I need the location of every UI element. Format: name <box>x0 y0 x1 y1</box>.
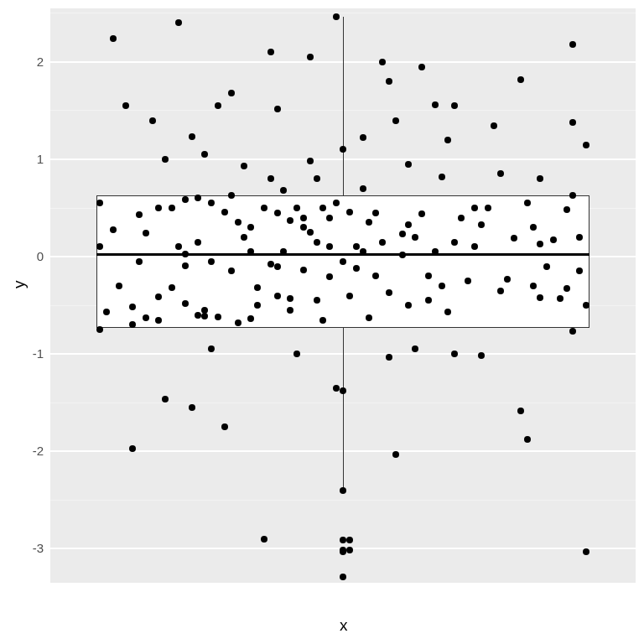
scatter-point <box>267 49 274 55</box>
gridline-minor <box>50 500 636 501</box>
scatter-point <box>300 267 307 273</box>
scatter-point <box>235 319 242 326</box>
scatter-point <box>576 267 583 274</box>
scatter-point <box>175 243 182 250</box>
scatter-point <box>228 192 235 199</box>
scatter-point <box>444 137 451 143</box>
y-tick-label: 1 <box>17 152 44 166</box>
scatter-point <box>241 234 247 241</box>
chart-figure: { "chart_data": { "type": "boxplot_with_… <box>0 0 644 644</box>
scatter-point <box>458 215 465 221</box>
scatter-point <box>386 78 392 85</box>
gridline-minor <box>50 13 636 13</box>
scatter-point <box>366 219 372 226</box>
scatter-point <box>583 302 589 309</box>
scatter-point <box>439 283 445 289</box>
scatter-point <box>319 205 326 211</box>
scatter-point <box>418 64 425 70</box>
scatter-point <box>550 236 557 243</box>
scatter-point <box>557 295 564 302</box>
scatter-point <box>189 133 195 140</box>
scatter-point <box>221 209 228 216</box>
scatter-point <box>530 283 537 289</box>
scatter-point <box>254 302 261 309</box>
scatter-point <box>307 158 314 164</box>
scatter-point <box>497 170 504 177</box>
scatter-point <box>103 309 110 315</box>
scatter-point <box>485 205 491 211</box>
scatter-point <box>314 175 320 182</box>
scatter-point <box>182 300 189 307</box>
scatter-point <box>201 313 208 319</box>
scatter-point <box>576 234 583 241</box>
scatter-point <box>228 267 235 274</box>
whisker-upper <box>343 17 344 195</box>
scatter-point <box>425 273 432 279</box>
scatter-point <box>399 231 406 237</box>
scatter-point <box>340 387 346 394</box>
scatter-point <box>162 396 169 402</box>
outlier-point <box>340 548 346 555</box>
y-tick-label: -1 <box>17 346 44 361</box>
scatter-point <box>247 248 254 255</box>
scatter-point <box>189 404 195 411</box>
scatter-point <box>333 385 340 392</box>
scatter-point <box>333 200 340 206</box>
scatter-point <box>201 151 208 158</box>
scatter-point <box>215 102 221 109</box>
scatter-point <box>247 224 254 231</box>
scatter-point <box>439 174 445 180</box>
scatter-point <box>195 239 201 246</box>
scatter-point <box>537 294 543 301</box>
scatter-point <box>569 41 576 48</box>
scatter-point <box>346 547 353 553</box>
scatter-point <box>569 192 576 199</box>
scatter-point <box>465 278 471 284</box>
scatter-point <box>478 352 485 359</box>
scatter-point <box>182 262 189 269</box>
scatter-point <box>175 19 182 26</box>
scatter-point <box>392 451 399 458</box>
scatter-point <box>110 35 117 42</box>
scatter-point <box>155 205 162 211</box>
scatter-point <box>497 288 504 294</box>
scatter-point <box>287 295 293 302</box>
scatter-point <box>379 59 386 65</box>
scatter-point <box>432 248 439 255</box>
scatter-point <box>274 293 281 299</box>
scatter-point <box>319 317 326 324</box>
scatter-point <box>326 243 333 250</box>
scatter-point <box>182 196 189 203</box>
scatter-point <box>386 289 392 296</box>
scatter-point <box>110 226 117 233</box>
scatter-point <box>129 321 136 328</box>
scatter-point <box>96 243 103 250</box>
scatter-point <box>208 200 215 206</box>
scatter-point <box>366 314 372 321</box>
scatter-point <box>195 312 201 319</box>
scatter-point <box>155 293 162 300</box>
scatter-point <box>418 210 425 217</box>
scatter-point <box>274 210 281 216</box>
scatter-point <box>274 106 281 112</box>
scatter-point <box>530 224 537 231</box>
scatter-point <box>261 536 267 543</box>
scatter-point <box>537 241 543 247</box>
scatter-point <box>267 175 274 182</box>
outlier-point <box>340 574 346 580</box>
scatter-point <box>155 317 162 324</box>
x-axis-title: x <box>340 616 348 635</box>
scatter-point <box>412 345 418 352</box>
whisker-lower <box>343 328 344 491</box>
scatter-point <box>360 248 366 255</box>
scatter-point <box>169 284 175 291</box>
scatter-point <box>326 273 333 280</box>
scatter-point <box>444 309 451 315</box>
outlier-point <box>340 537 346 543</box>
scatter-point <box>143 314 149 321</box>
scatter-point <box>241 163 247 169</box>
scatter-point <box>543 263 550 270</box>
scatter-point <box>162 156 169 163</box>
scatter-point <box>340 487 346 494</box>
scatter-point <box>412 234 418 241</box>
